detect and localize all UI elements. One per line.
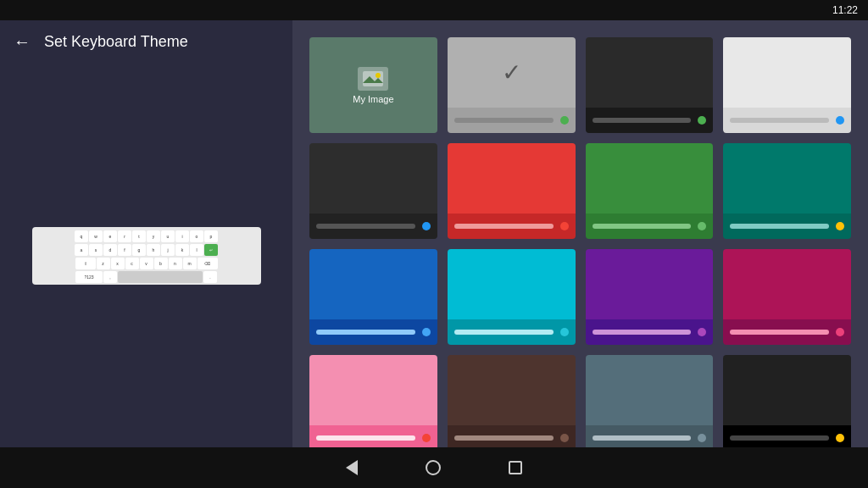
kb-key: b — [154, 258, 168, 269]
theme-bar — [593, 330, 692, 335]
checkmark-icon: ✓ — [502, 58, 521, 86]
kb-key: c — [125, 258, 139, 269]
kb-key: u — [161, 230, 175, 242]
theme-top — [586, 37, 714, 108]
kb-row-2: a s d f g h j k l ↵ — [36, 244, 258, 256]
theme-dot — [698, 222, 706, 230]
back-button[interactable]: ← — [14, 32, 31, 52]
my-image-label: My Image — [353, 94, 393, 104]
kb-key: x — [111, 258, 125, 269]
theme-top — [723, 37, 851, 108]
theme-bottom — [586, 214, 714, 239]
theme-top — [448, 143, 576, 214]
theme-bottom — [586, 108, 714, 133]
kb-key: l — [190, 244, 203, 256]
header: ← Set Keyboard Theme — [0, 20, 292, 64]
kb-key-comma: , — [103, 271, 117, 283]
theme-card-brown[interactable] — [448, 355, 576, 447]
theme-dot — [698, 434, 706, 442]
theme-top — [448, 355, 576, 425]
image-icon-bg — [358, 67, 388, 91]
theme-card-dark[interactable] — [586, 37, 714, 133]
kb-key: a — [75, 244, 88, 256]
theme-bottom — [448, 214, 576, 239]
theme-bottom — [586, 425, 714, 447]
theme-card-purple[interactable] — [586, 249, 714, 345]
keyboard-preview-area: q w e r t y u i o p a s d f g h — [0, 64, 292, 447]
kb-row-3: ⇧ z x c v b n m ⌫ — [36, 258, 258, 269]
theme-top — [309, 249, 437, 319]
kb-key: h — [147, 244, 160, 256]
theme-top — [586, 355, 714, 425]
status-time: 11:22 — [832, 4, 858, 16]
theme-bar — [316, 224, 415, 229]
theme-dot — [836, 434, 844, 442]
kb-key-sym: ?123 — [75, 271, 103, 283]
kb-key: v — [140, 258, 153, 269]
theme-card-pink-light[interactable] — [309, 355, 437, 447]
theme-card-green[interactable] — [586, 143, 714, 239]
theme-bottom — [723, 108, 851, 133]
theme-top — [723, 143, 851, 214]
theme-bottom — [723, 319, 851, 345]
kb-key: o — [190, 230, 203, 242]
nav-recent-button[interactable] — [509, 461, 522, 474]
kb-key-delete: ⌫ — [198, 258, 218, 269]
theme-top: ✓ — [448, 37, 576, 108]
kb-key: t — [132, 230, 146, 242]
kb-key: i — [175, 230, 189, 242]
theme-top — [309, 143, 437, 214]
theme-card-dark2[interactable] — [309, 143, 437, 239]
kb-key: z — [97, 258, 110, 269]
theme-dot — [836, 328, 844, 336]
kb-key: d — [103, 244, 117, 256]
theme-card-blue[interactable] — [309, 249, 437, 345]
themes-grid: My Image ✓ — [309, 37, 851, 447]
theme-dot — [422, 434, 431, 442]
kb-key: g — [132, 244, 146, 256]
theme-dot — [836, 116, 844, 125]
theme-bottom — [448, 108, 576, 133]
theme-bar — [730, 330, 829, 335]
theme-top: My Image — [309, 37, 437, 133]
theme-bar — [730, 118, 829, 123]
kb-key: m — [183, 258, 197, 269]
kb-key: w — [89, 230, 103, 242]
theme-card-teal[interactable] — [723, 143, 851, 239]
kb-key: q — [75, 230, 88, 242]
image-svg — [363, 71, 383, 86]
theme-bar — [454, 118, 554, 123]
nav-home-button[interactable] — [426, 460, 441, 475]
theme-card-red[interactable] — [448, 143, 576, 239]
theme-bar — [454, 435, 554, 441]
kb-key: e — [103, 230, 117, 242]
theme-dot — [560, 222, 569, 230]
theme-bottom — [448, 319, 576, 345]
theme-bottom — [309, 425, 437, 447]
kb-key: j — [161, 244, 175, 256]
theme-card-my-image[interactable]: My Image — [309, 37, 437, 133]
theme-card-cyan[interactable] — [448, 249, 576, 345]
theme-card-white[interactable] — [723, 37, 851, 133]
kb-key: y — [147, 230, 160, 242]
theme-dot — [422, 328, 431, 336]
theme-bar — [316, 330, 415, 335]
main-layout: ← Set Keyboard Theme q w e r t y u i o p — [0, 20, 868, 447]
kb-key: k — [175, 244, 189, 256]
svg-rect-0 — [363, 71, 383, 86]
nav-back-button[interactable] — [346, 460, 358, 475]
theme-bar — [593, 224, 692, 229]
theme-card-pink-dark[interactable] — [723, 249, 851, 345]
theme-card-grey[interactable] — [586, 355, 714, 447]
theme-card-light-check[interactable]: ✓ — [448, 37, 576, 133]
kb-key: n — [169, 258, 182, 269]
kb-key: r — [118, 230, 131, 242]
theme-bottom — [723, 214, 851, 239]
theme-card-black[interactable] — [723, 355, 851, 447]
theme-dot — [698, 116, 706, 125]
theme-dot — [698, 328, 706, 336]
theme-top — [309, 355, 437, 425]
status-bar: 11:22 — [0, 0, 868, 20]
theme-top — [723, 249, 851, 319]
theme-bar — [593, 118, 692, 123]
